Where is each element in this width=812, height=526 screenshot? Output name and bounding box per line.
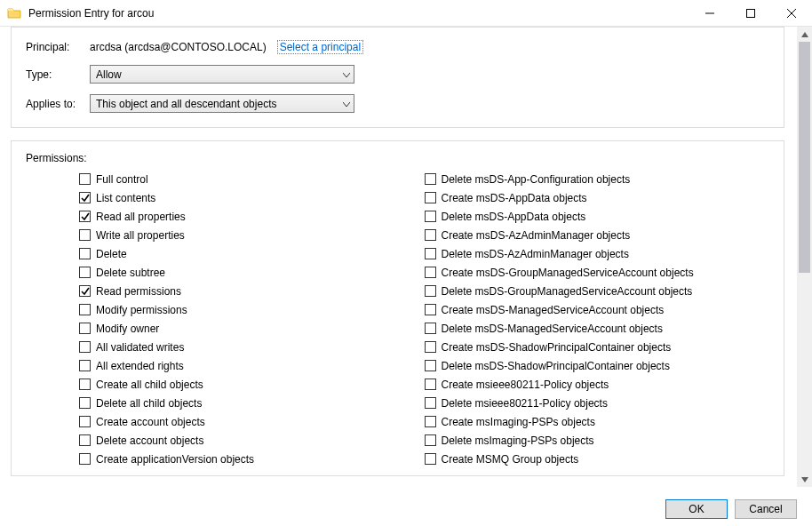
permission-label: Delete msImaging-PSPs objects bbox=[442, 434, 594, 447]
chevron-down-icon bbox=[343, 98, 350, 110]
permission-item: Full control bbox=[79, 170, 425, 188]
cancel-button[interactable]: Cancel bbox=[735, 499, 797, 519]
permission-item: Delete msImaging-PSPs objects bbox=[425, 431, 770, 450]
permission-item: Delete subtree bbox=[79, 263, 425, 282]
permission-item: Create msieee80211-Policy objects bbox=[425, 375, 770, 394]
permission-checkbox[interactable] bbox=[425, 341, 436, 353]
permission-item: Write all properties bbox=[79, 226, 425, 244]
permission-item: Delete msDS-ShadowPrincipalContainer obj… bbox=[425, 356, 770, 375]
permission-item: Create msImaging-PSPs objects bbox=[425, 412, 770, 431]
permission-checkbox[interactable] bbox=[79, 360, 91, 371]
scroll-down-icon[interactable] bbox=[797, 472, 812, 487]
permission-label: Delete all child objects bbox=[96, 397, 202, 410]
permission-checkbox[interactable] bbox=[425, 379, 436, 390]
ok-button[interactable]: OK bbox=[665, 499, 728, 519]
permission-item: All validated writes bbox=[79, 338, 425, 356]
scrollbar-track[interactable] bbox=[797, 42, 812, 472]
permission-item: Delete msDS-ManagedServiceAccount object… bbox=[425, 319, 770, 338]
permission-checkbox[interactable] bbox=[425, 229, 436, 241]
permission-checkbox[interactable] bbox=[79, 304, 91, 315]
permission-label: Create all child objects bbox=[96, 379, 203, 391]
permission-checkbox[interactable] bbox=[79, 397, 91, 409]
minimize-button[interactable] bbox=[689, 0, 730, 27]
permission-label: Read all properties bbox=[96, 211, 186, 223]
permission-checkbox[interactable] bbox=[79, 285, 91, 297]
permission-label: Delete msDS-App-Configuration objects bbox=[442, 173, 631, 186]
permission-checkbox[interactable] bbox=[425, 360, 436, 371]
permission-checkbox[interactable] bbox=[79, 323, 91, 334]
applies-select-value: This object and all descendant objects bbox=[96, 98, 276, 110]
svg-rect-0 bbox=[747, 9, 755, 17]
permission-checkbox[interactable] bbox=[425, 173, 436, 185]
permission-label: Modify owner bbox=[96, 323, 159, 335]
permission-checkbox[interactable] bbox=[425, 211, 436, 222]
principal-panel: Principal: arcdsa (arcdsa@CONTOSO.LOCAL)… bbox=[11, 27, 784, 128]
applies-row: Applies to: This object and all descenda… bbox=[26, 94, 769, 113]
permission-checkbox[interactable] bbox=[425, 248, 436, 259]
permission-label: Create msDS-ManagedServiceAccount object… bbox=[442, 304, 665, 316]
permissions-panel: Permissions: Full controlList contentsRe… bbox=[11, 140, 784, 476]
permission-item: Read permissions bbox=[79, 282, 425, 300]
permission-label: Read permissions bbox=[96, 285, 181, 298]
permission-checkbox[interactable] bbox=[425, 304, 436, 315]
permission-label: Create MSMQ Group objects bbox=[442, 453, 579, 466]
permission-label: Delete msDS-ManagedServiceAccount object… bbox=[442, 323, 663, 335]
permission-item: Modify permissions bbox=[79, 300, 425, 319]
permission-label: Modify permissions bbox=[96, 304, 187, 316]
permission-checkbox[interactable] bbox=[79, 434, 91, 446]
permission-label: Delete msDS-GroupManagedServiceAccount o… bbox=[442, 285, 693, 298]
permission-label: Write all properties bbox=[96, 229, 185, 242]
permission-checkbox[interactable] bbox=[79, 341, 91, 353]
permission-label: Delete account objects bbox=[96, 434, 203, 447]
permission-checkbox[interactable] bbox=[79, 267, 91, 278]
permission-checkbox[interactable] bbox=[425, 397, 436, 409]
close-button[interactable] bbox=[771, 0, 812, 27]
permission-checkbox[interactable] bbox=[425, 434, 436, 446]
permission-checkbox[interactable] bbox=[425, 453, 436, 465]
applies-select[interactable]: This object and all descendant objects bbox=[90, 94, 354, 113]
permission-checkbox[interactable] bbox=[425, 267, 436, 278]
permission-item: Delete bbox=[79, 244, 425, 263]
permission-item: Read all properties bbox=[79, 207, 425, 226]
permission-label: Create msieee80211-Policy objects bbox=[442, 379, 609, 391]
permission-label: Create msImaging-PSPs objects bbox=[442, 416, 595, 428]
permissions-heading: Permissions: bbox=[26, 152, 769, 164]
permission-item: Delete all child objects bbox=[79, 394, 425, 412]
type-select-value: Allow bbox=[96, 68, 122, 81]
permission-checkbox[interactable] bbox=[425, 285, 436, 297]
titlebar: Permission Entry for arcou bbox=[0, 0, 812, 27]
permission-label: All extended rights bbox=[96, 360, 184, 372]
scrollbar-thumb[interactable] bbox=[799, 42, 810, 273]
cancel-button-label: Cancel bbox=[749, 503, 782, 515]
permission-checkbox[interactable] bbox=[425, 192, 436, 203]
permission-label: Delete msieee80211-Policy objects bbox=[442, 397, 608, 410]
permission-checkbox[interactable] bbox=[79, 173, 91, 185]
permission-checkbox[interactable] bbox=[79, 192, 91, 203]
principal-row: Principal: arcdsa (arcdsa@CONTOSO.LOCAL)… bbox=[26, 40, 769, 54]
permission-label: All validated writes bbox=[96, 341, 184, 354]
permission-item: Delete msieee80211-Policy objects bbox=[425, 394, 770, 412]
permission-item: Delete msDS-AppData objects bbox=[425, 207, 770, 226]
permission-checkbox[interactable] bbox=[79, 379, 91, 390]
folder-icon bbox=[7, 6, 21, 20]
permission-checkbox[interactable] bbox=[79, 453, 91, 465]
permission-item: Delete msDS-AzAdminManager objects bbox=[425, 244, 770, 263]
permission-item: List contents bbox=[79, 188, 425, 207]
button-bar: OK Cancel bbox=[665, 499, 797, 519]
scroll-up-icon[interactable] bbox=[797, 27, 812, 42]
permission-checkbox[interactable] bbox=[79, 416, 91, 427]
permissions-column-left: Full controlList contentsRead all proper… bbox=[26, 170, 425, 468]
select-principal-link[interactable]: Select a principal bbox=[277, 40, 363, 54]
permission-checkbox[interactable] bbox=[79, 248, 91, 259]
permission-checkbox[interactable] bbox=[79, 211, 91, 222]
permission-checkbox[interactable] bbox=[425, 416, 436, 427]
type-select[interactable]: Allow bbox=[90, 65, 354, 84]
permission-checkbox[interactable] bbox=[79, 229, 91, 241]
permission-item: Delete account objects bbox=[79, 431, 425, 450]
permission-checkbox[interactable] bbox=[425, 323, 436, 334]
type-label: Type: bbox=[26, 68, 90, 81]
permission-label: Create account objects bbox=[96, 416, 205, 428]
maximize-button[interactable] bbox=[730, 0, 771, 27]
client-area: Principal: arcdsa (arcdsa@CONTOSO.LOCAL)… bbox=[0, 27, 812, 526]
vertical-scrollbar[interactable] bbox=[797, 27, 812, 487]
